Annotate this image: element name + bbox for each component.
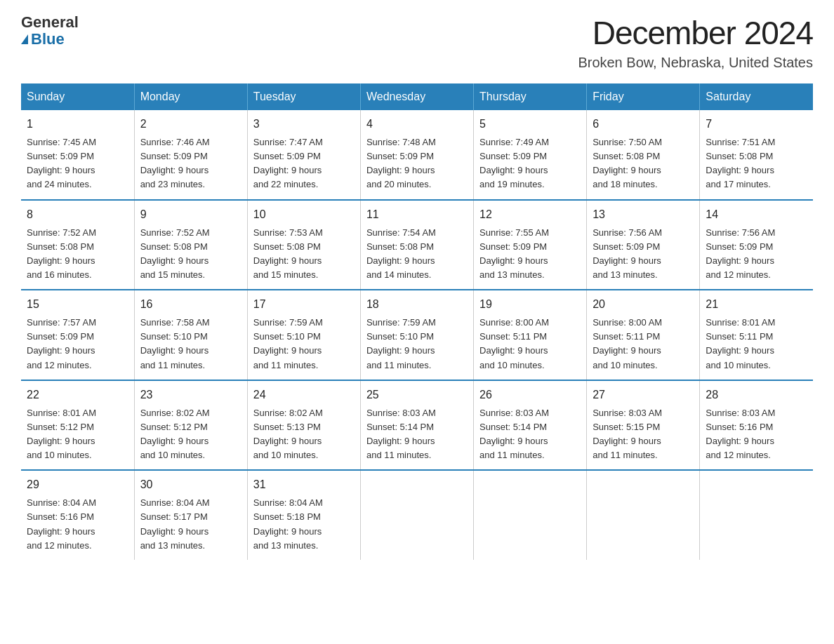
day-number: 15	[27, 296, 128, 313]
day-header-sunday: Sunday	[21, 83, 134, 110]
day-number: 9	[140, 206, 241, 223]
calendar-cell: 26Sunrise: 8:03 AM Sunset: 5:14 PM Dayli…	[474, 380, 587, 471]
calendar-cell: 2Sunrise: 7:46 AM Sunset: 5:09 PM Daylig…	[134, 110, 247, 200]
day-number: 13	[593, 206, 694, 223]
day-number: 17	[253, 296, 355, 313]
calendar-cell: 16Sunrise: 7:58 AM Sunset: 5:10 PM Dayli…	[134, 290, 247, 380]
day-number: 4	[366, 116, 468, 133]
day-info: Sunrise: 8:01 AM Sunset: 5:11 PM Dayligh…	[706, 316, 807, 373]
calendar-cell: 30Sunrise: 8:04 AM Sunset: 5:17 PM Dayli…	[134, 470, 247, 560]
day-info: Sunrise: 7:45 AM Sunset: 5:09 PM Dayligh…	[27, 135, 128, 192]
day-header-friday: Friday	[587, 83, 700, 110]
calendar-week-row: 1Sunrise: 7:45 AM Sunset: 5:09 PM Daylig…	[21, 110, 813, 200]
calendar-cell: 19Sunrise: 8:00 AM Sunset: 5:11 PM Dayli…	[474, 290, 587, 380]
day-info: Sunrise: 7:54 AM Sunset: 5:08 PM Dayligh…	[366, 226, 468, 283]
logo-triangle-icon	[21, 34, 28, 44]
day-info: Sunrise: 7:57 AM Sunset: 5:09 PM Dayligh…	[27, 316, 128, 373]
day-number: 1	[27, 116, 128, 133]
calendar-cell: 29Sunrise: 8:04 AM Sunset: 5:16 PM Dayli…	[21, 470, 134, 560]
calendar-cell: 5Sunrise: 7:49 AM Sunset: 5:09 PM Daylig…	[474, 110, 587, 200]
day-header-monday: Monday	[134, 83, 247, 110]
calendar-cell: 8Sunrise: 7:52 AM Sunset: 5:08 PM Daylig…	[21, 200, 134, 290]
calendar-cell: 27Sunrise: 8:03 AM Sunset: 5:15 PM Dayli…	[587, 380, 700, 471]
day-info: Sunrise: 8:03 AM Sunset: 5:14 PM Dayligh…	[479, 406, 581, 463]
day-number: 25	[366, 387, 468, 403]
day-info: Sunrise: 7:50 AM Sunset: 5:08 PM Dayligh…	[593, 135, 694, 192]
calendar-cell	[474, 470, 587, 560]
calendar-week-row: 22Sunrise: 8:01 AM Sunset: 5:12 PM Dayli…	[21, 380, 813, 471]
day-info: Sunrise: 8:02 AM Sunset: 5:13 PM Dayligh…	[253, 406, 355, 463]
day-info: Sunrise: 8:04 AM Sunset: 5:17 PM Dayligh…	[140, 496, 241, 553]
calendar-cell: 24Sunrise: 8:02 AM Sunset: 5:13 PM Dayli…	[247, 380, 360, 471]
page-header: General Blue December 2024 Broken Bow, N…	[21, 14, 813, 71]
day-number: 6	[593, 116, 694, 133]
calendar-cell: 6Sunrise: 7:50 AM Sunset: 5:08 PM Daylig…	[587, 110, 700, 200]
calendar-cell: 17Sunrise: 7:59 AM Sunset: 5:10 PM Dayli…	[247, 290, 360, 380]
calendar-cell: 10Sunrise: 7:53 AM Sunset: 5:08 PM Dayli…	[247, 200, 360, 290]
calendar-cell: 7Sunrise: 7:51 AM Sunset: 5:08 PM Daylig…	[700, 110, 813, 200]
calendar-cell: 15Sunrise: 7:57 AM Sunset: 5:09 PM Dayli…	[21, 290, 134, 380]
day-info: Sunrise: 7:56 AM Sunset: 5:09 PM Dayligh…	[706, 226, 807, 283]
calendar-cell: 12Sunrise: 7:55 AM Sunset: 5:09 PM Dayli…	[474, 200, 587, 290]
calendar-week-row: 15Sunrise: 7:57 AM Sunset: 5:09 PM Dayli…	[21, 290, 813, 380]
logo-blue-text: Blue	[21, 31, 79, 48]
title-block: December 2024 Broken Bow, Nebraska, Unit…	[578, 14, 813, 71]
day-number: 18	[366, 296, 468, 313]
day-info: Sunrise: 8:01 AM Sunset: 5:12 PM Dayligh…	[27, 406, 128, 463]
logo: General Blue	[21, 14, 79, 48]
day-number: 23	[140, 387, 241, 403]
calendar-cell: 9Sunrise: 7:52 AM Sunset: 5:08 PM Daylig…	[134, 200, 247, 290]
calendar-cell: 18Sunrise: 7:59 AM Sunset: 5:10 PM Dayli…	[360, 290, 473, 380]
day-info: Sunrise: 7:59 AM Sunset: 5:10 PM Dayligh…	[366, 316, 468, 373]
day-number: 20	[593, 296, 694, 313]
calendar-header-row: SundayMondayTuesdayWednesdayThursdayFrid…	[21, 83, 813, 110]
day-info: Sunrise: 8:02 AM Sunset: 5:12 PM Dayligh…	[140, 406, 241, 463]
day-number: 12	[479, 206, 581, 223]
day-info: Sunrise: 7:49 AM Sunset: 5:09 PM Dayligh…	[479, 135, 581, 192]
day-info: Sunrise: 7:52 AM Sunset: 5:08 PM Dayligh…	[27, 226, 128, 283]
calendar-cell: 11Sunrise: 7:54 AM Sunset: 5:08 PM Dayli…	[360, 200, 473, 290]
day-header-wednesday: Wednesday	[360, 83, 473, 110]
day-number: 24	[253, 387, 355, 403]
calendar-cell: 28Sunrise: 8:03 AM Sunset: 5:16 PM Dayli…	[700, 380, 813, 471]
day-info: Sunrise: 7:53 AM Sunset: 5:08 PM Dayligh…	[253, 226, 355, 283]
calendar-cell: 13Sunrise: 7:56 AM Sunset: 5:09 PM Dayli…	[587, 200, 700, 290]
calendar-cell	[587, 470, 700, 560]
day-info: Sunrise: 7:52 AM Sunset: 5:08 PM Dayligh…	[140, 226, 241, 283]
day-number: 28	[706, 387, 807, 403]
day-number: 16	[140, 296, 241, 313]
day-number: 21	[706, 296, 807, 313]
day-header-tuesday: Tuesday	[247, 83, 360, 110]
calendar-cell	[360, 470, 473, 560]
calendar-cell: 1Sunrise: 7:45 AM Sunset: 5:09 PM Daylig…	[21, 110, 134, 200]
day-number: 8	[27, 206, 128, 223]
calendar-cell: 23Sunrise: 8:02 AM Sunset: 5:12 PM Dayli…	[134, 380, 247, 471]
day-number: 3	[253, 116, 355, 133]
calendar-week-row: 29Sunrise: 8:04 AM Sunset: 5:16 PM Dayli…	[21, 470, 813, 560]
calendar-cell: 25Sunrise: 8:03 AM Sunset: 5:14 PM Dayli…	[360, 380, 473, 471]
calendar-cell: 4Sunrise: 7:48 AM Sunset: 5:09 PM Daylig…	[360, 110, 473, 200]
calendar-week-row: 8Sunrise: 7:52 AM Sunset: 5:08 PM Daylig…	[21, 200, 813, 290]
day-number: 22	[27, 387, 128, 403]
day-info: Sunrise: 7:55 AM Sunset: 5:09 PM Dayligh…	[479, 226, 581, 283]
calendar-cell: 22Sunrise: 8:01 AM Sunset: 5:12 PM Dayli…	[21, 380, 134, 471]
calendar-table: SundayMondayTuesdayWednesdayThursdayFrid…	[21, 83, 813, 560]
day-number: 10	[253, 206, 355, 223]
day-number: 31	[253, 476, 355, 493]
calendar-subtitle: Broken Bow, Nebraska, United States	[578, 55, 813, 71]
day-info: Sunrise: 7:59 AM Sunset: 5:10 PM Dayligh…	[253, 316, 355, 373]
day-info: Sunrise: 8:04 AM Sunset: 5:16 PM Dayligh…	[27, 496, 128, 553]
day-info: Sunrise: 8:00 AM Sunset: 5:11 PM Dayligh…	[479, 316, 581, 373]
day-number: 19	[479, 296, 581, 313]
day-number: 7	[706, 116, 807, 133]
calendar-cell: 3Sunrise: 7:47 AM Sunset: 5:09 PM Daylig…	[247, 110, 360, 200]
day-info: Sunrise: 7:48 AM Sunset: 5:09 PM Dayligh…	[366, 135, 468, 192]
calendar-cell: 20Sunrise: 8:00 AM Sunset: 5:11 PM Dayli…	[587, 290, 700, 380]
day-number: 29	[27, 476, 128, 493]
day-info: Sunrise: 7:47 AM Sunset: 5:09 PM Dayligh…	[253, 135, 355, 192]
day-info: Sunrise: 8:04 AM Sunset: 5:18 PM Dayligh…	[253, 496, 355, 553]
day-number: 27	[593, 387, 694, 403]
day-number: 26	[479, 387, 581, 403]
day-info: Sunrise: 7:46 AM Sunset: 5:09 PM Dayligh…	[140, 135, 241, 192]
day-info: Sunrise: 8:03 AM Sunset: 5:14 PM Dayligh…	[366, 406, 468, 463]
